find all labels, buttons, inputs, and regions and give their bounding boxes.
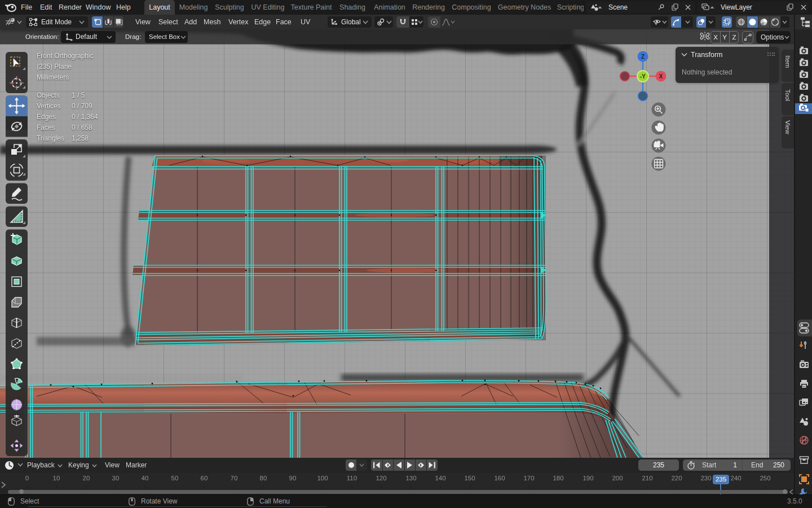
svg-text:-Y: -Y	[640, 73, 646, 80]
svg-text:X: X	[659, 73, 663, 80]
svg-text:Z: Z	[641, 53, 645, 60]
